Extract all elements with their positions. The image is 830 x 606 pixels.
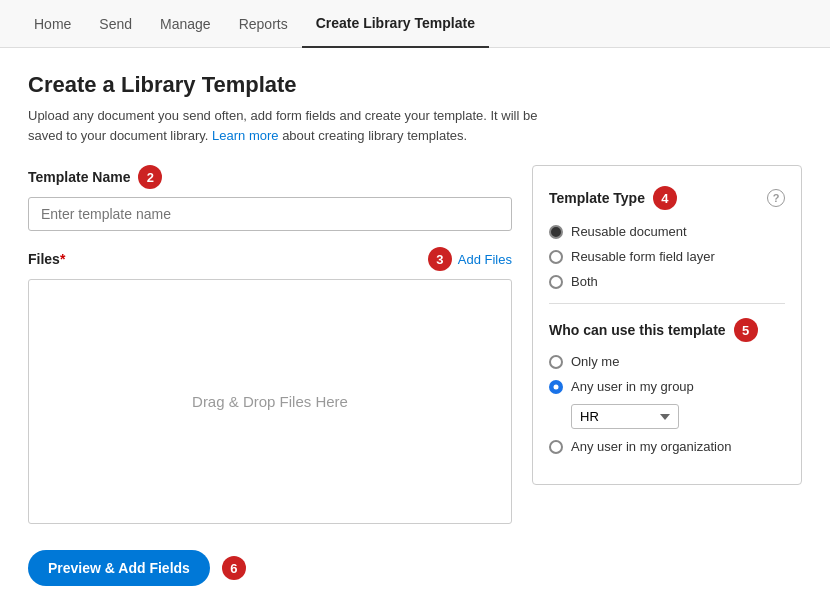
radio-circle-form-field [549,250,563,264]
template-name-text: Template Name [28,169,130,185]
group-dropdown[interactable]: HR Sales Engineering Marketing [571,404,679,429]
template-name-label: Template Name 2 [28,165,512,189]
group-select-row: HR Sales Engineering Marketing [571,404,785,429]
template-type-reusable-doc[interactable]: Reusable document [549,224,785,239]
step-badge-5: 5 [734,318,758,342]
template-type-text: Template Type [549,190,645,206]
divider [549,303,785,304]
page-description: Upload any document you send often, add … [28,106,802,145]
nav-create-library-template[interactable]: Create Library Template [302,1,489,48]
any-user-group-label: Any user in my group [571,379,694,394]
step-badge-6: 6 [222,556,246,580]
radio-circle-any-org [549,440,563,454]
nav-manage[interactable]: Manage [146,0,225,47]
template-type-form-field[interactable]: Reusable form field layer [549,249,785,264]
radio-dot-filled [549,225,563,239]
form-layout: Template Name 2 Files* 3 Add Files Drag … [28,165,802,524]
add-files-area: 3 Add Files [428,247,512,271]
template-type-title: Template Type 4 ? [549,186,785,210]
radio-circle-only-me [549,355,563,369]
left-column: Template Name 2 Files* 3 Add Files Drag … [28,165,512,524]
who-can-use-text: Who can use this template [549,322,726,338]
drop-zone[interactable]: Drag & Drop Files Here [28,279,512,524]
step-badge-2: 2 [138,165,162,189]
desc-part3: about creating library templates. [282,128,467,143]
step-badge-3: 3 [428,247,452,271]
both-label: Both [571,274,598,289]
reusable-doc-label: Reusable document [571,224,687,239]
who-can-use-title: Who can use this template 5 [549,318,785,342]
template-name-input[interactable] [28,197,512,231]
files-header: Files* 3 Add Files [28,247,512,271]
desc-part2: saved to your document library. [28,128,208,143]
help-icon[interactable]: ? [767,189,785,207]
required-star: * [60,251,65,267]
who-only-me[interactable]: Only me [549,354,785,369]
step-badge-4: 4 [653,186,677,210]
top-nav: Home Send Manage Reports Create Library … [0,0,830,48]
right-column: Template Type 4 ? Reusable document Reus… [532,165,802,485]
only-me-label: Only me [571,354,619,369]
nav-home[interactable]: Home [20,0,85,47]
bottom-area: Preview & Add Fields 6 [28,540,802,586]
who-any-user-org[interactable]: Any user in my organization [549,439,785,454]
desc-part1: Upload any document you send often, add … [28,108,537,123]
who-any-user-group[interactable]: Any user in my group [549,379,785,394]
any-user-org-label: Any user in my organization [571,439,731,454]
preview-add-fields-button[interactable]: Preview & Add Fields [28,550,210,586]
radio-circle-any-group [549,380,563,394]
drop-zone-text: Drag & Drop Files Here [192,393,348,410]
form-field-label: Reusable form field layer [571,249,715,264]
template-type-both[interactable]: Both [549,274,785,289]
radio-circle-both [549,275,563,289]
files-label: Files* [28,251,65,267]
add-files-button[interactable]: Add Files [458,252,512,267]
nav-send[interactable]: Send [85,0,146,47]
nav-reports[interactable]: Reports [225,0,302,47]
main-content: Create a Library Template Upload any doc… [0,48,830,606]
page-title: Create a Library Template [28,72,802,98]
learn-more-link[interactable]: Learn more [212,128,278,143]
